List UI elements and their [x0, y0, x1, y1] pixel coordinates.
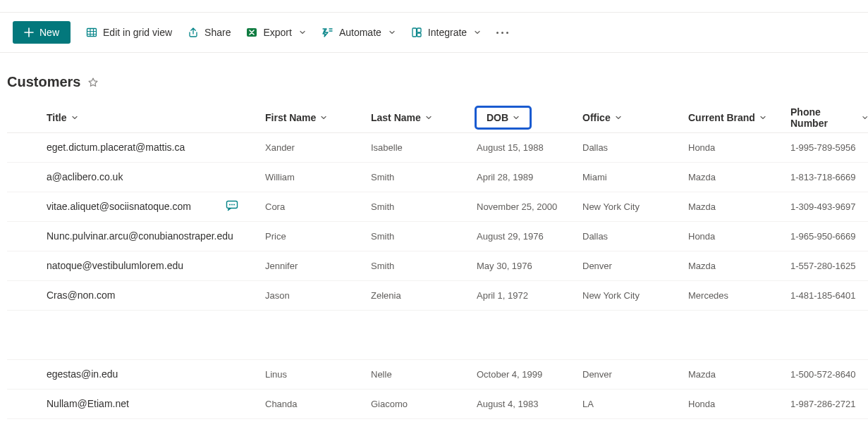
svg-rect-2 — [412, 28, 417, 37]
cell-office: Dallas — [575, 221, 681, 251]
cell-brand: Honda — [681, 221, 783, 251]
row-lead-cell — [7, 132, 39, 162]
chevron-down-icon — [389, 29, 396, 36]
column-header-title[interactable]: Title — [39, 103, 258, 132]
cell-dob: August 29, 1976 — [470, 221, 575, 251]
cell-first-name: Jennifer — [258, 251, 364, 280]
command-bar: New Edit in grid view Share Export Autom… — [0, 13, 868, 53]
table-row[interactable]: natoque@vestibulumlorem.eduJenniferSmith… — [7, 251, 868, 280]
cell-last-name: Smith — [364, 221, 470, 251]
table-row[interactable]: Nunc.pulvinar.arcu@conubianostraper.eduP… — [7, 221, 868, 251]
cell-office: Miami — [575, 162, 681, 192]
svg-rect-4 — [417, 33, 421, 37]
table-row[interactable]: egestas@in.eduLinusNelleOctober 4, 1999D… — [7, 359, 868, 389]
cell-dob: May 30, 1976 — [470, 251, 575, 280]
cell-brand: Mazda — [681, 251, 783, 280]
column-header-office[interactable]: Office — [575, 103, 681, 132]
row-lead-cell — [7, 192, 39, 221]
more-actions-button[interactable] — [496, 32, 508, 34]
cell-office: New York City — [575, 280, 681, 310]
column-label: DOB — [487, 112, 508, 123]
cell-title[interactable]: Nullam@Etiam.net — [39, 389, 258, 418]
cell-first-name: Chanda — [258, 389, 364, 418]
favorite-toggle[interactable] — [87, 77, 99, 88]
cell-last-name: Nelle — [364, 359, 470, 389]
excel-icon — [246, 27, 257, 38]
cell-office: Dallas — [575, 132, 681, 162]
cell-dob: November 25, 2000 — [470, 192, 575, 221]
cell-last-name: Zelenia — [364, 280, 470, 310]
comment-indicator[interactable] — [226, 200, 238, 213]
cell-title-text: Nunc.pulvinar.arcu@conubianostraper.edu — [47, 230, 233, 242]
table-row[interactable]: Cras@non.comJasonZeleniaApril 1, 1972New… — [7, 280, 868, 310]
integrate-button[interactable]: Integrate — [411, 27, 481, 38]
cell-title[interactable]: vitae.aliquet@sociisnatoque.com — [39, 192, 258, 221]
cell-title[interactable]: Cras@non.com — [39, 280, 258, 310]
table-row[interactable]: Nullam@Etiam.netChandaGiacomoAugust 4, 1… — [7, 389, 868, 418]
cell-last-name: Giacomo — [364, 389, 470, 418]
cell-title[interactable]: natoque@vestibulumlorem.edu — [39, 251, 258, 280]
cell-brand: Mazda — [681, 162, 783, 192]
new-button[interactable]: New — [13, 21, 71, 44]
chevron-down-icon — [759, 114, 766, 121]
cell-title[interactable]: a@aclibero.co.uk — [39, 162, 258, 192]
cell-title[interactable]: egestas@in.edu — [39, 359, 258, 389]
column-label: Current Brand — [688, 112, 755, 123]
table-row[interactable]: a@aclibero.co.ukWilliamSmithApril 28, 19… — [7, 162, 868, 192]
svg-point-6 — [229, 204, 231, 205]
export-button[interactable]: Export — [246, 27, 305, 38]
share-button[interactable]: Share — [188, 27, 231, 38]
cell-title-text: a@aclibero.co.uk — [47, 171, 123, 182]
cell-dob: April 28, 1989 — [470, 162, 575, 192]
cell-dob: October 4, 1999 — [470, 359, 575, 389]
cell-title[interactable]: Nunc.pulvinar.arcu@conubianostraper.edu — [39, 221, 258, 251]
cell-dob: August 4, 1983 — [470, 389, 575, 418]
cell-last-name: Smith — [364, 251, 470, 280]
automate-label: Automate — [339, 27, 381, 38]
svg-point-8 — [233, 204, 235, 205]
customers-table: Title First Name Last Name DOB Office Cu… — [7, 103, 868, 419]
chevron-down-icon — [615, 114, 622, 121]
column-header-first-name[interactable]: First Name — [258, 103, 364, 132]
row-lead-cell — [7, 221, 39, 251]
svg-rect-0 — [87, 29, 97, 37]
table-row[interactable]: eget.dictum.placerat@mattis.caXanderIsab… — [7, 132, 868, 162]
share-label: Share — [204, 27, 231, 38]
column-header-dob[interactable]: DOB — [470, 103, 575, 132]
cell-title[interactable]: eget.dictum.placerat@mattis.ca — [39, 132, 258, 162]
cell-dob: August 15, 1988 — [470, 132, 575, 162]
chevron-down-icon — [513, 114, 520, 121]
svg-point-7 — [231, 204, 233, 205]
cell-title-text: eget.dictum.placerat@mattis.ca — [47, 142, 185, 153]
top-border — [0, 0, 868, 13]
column-label: Title — [47, 112, 67, 123]
comment-icon[interactable] — [226, 200, 238, 211]
row-lead-cell — [7, 389, 39, 418]
cell-last-name: Isabelle — [364, 132, 470, 162]
column-header-phone[interactable]: Phone Number — [783, 103, 868, 132]
cell-brand: Honda — [681, 389, 783, 418]
edit-grid-button[interactable]: Edit in grid view — [86, 27, 172, 38]
row-lead-cell — [7, 280, 39, 310]
cell-first-name: Cora — [258, 192, 364, 221]
edit-grid-label: Edit in grid view — [103, 27, 172, 38]
cell-phone: 1-309-493-9697 — [783, 192, 868, 221]
column-label: Office — [582, 112, 611, 123]
cell-title-text: egestas@in.edu — [47, 368, 118, 380]
cell-phone: 1-557-280-1625 — [783, 251, 868, 280]
column-header-last-name[interactable]: Last Name — [364, 103, 470, 132]
cell-first-name: Price — [258, 221, 364, 251]
cell-title-text: Cras@non.com — [47, 290, 115, 301]
chevron-down-icon — [320, 114, 327, 121]
column-label: First Name — [265, 112, 316, 123]
column-header-brand[interactable]: Current Brand — [681, 103, 783, 132]
chevron-down-icon — [474, 29, 481, 36]
chevron-down-icon — [299, 29, 306, 36]
column-header-lead — [7, 103, 39, 132]
row-lead-cell — [7, 251, 39, 280]
automate-button[interactable]: Automate — [322, 27, 396, 38]
cell-office: LA — [575, 389, 681, 418]
table-row[interactable]: vitae.aliquet@sociisnatoque.comCoraSmith… — [7, 192, 868, 221]
cell-title-text: vitae.aliquet@sociisnatoque.com — [47, 201, 191, 212]
chevron-down-icon — [425, 114, 432, 121]
